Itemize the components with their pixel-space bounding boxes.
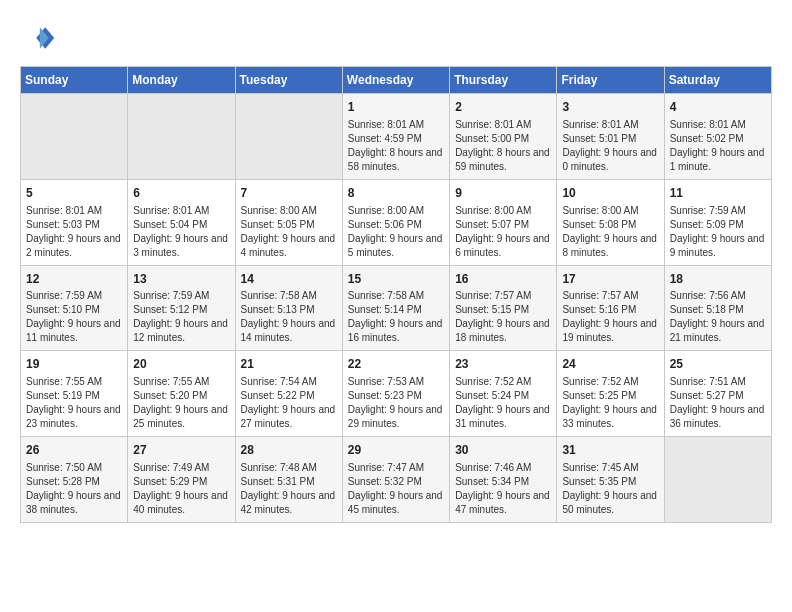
day-info: Sunrise: 8:00 AM Sunset: 5:07 PM Dayligh…	[455, 204, 551, 260]
day-cell: 10Sunrise: 8:00 AM Sunset: 5:08 PM Dayli…	[557, 179, 664, 265]
calendar-header-row: SundayMondayTuesdayWednesdayThursdayFrid…	[21, 67, 772, 94]
day-cell: 2Sunrise: 8:01 AM Sunset: 5:00 PM Daylig…	[450, 94, 557, 180]
day-number: 14	[241, 271, 337, 288]
day-number: 13	[133, 271, 229, 288]
logo	[20, 20, 60, 56]
day-cell: 15Sunrise: 7:58 AM Sunset: 5:14 PM Dayli…	[342, 265, 449, 351]
day-cell: 25Sunrise: 7:51 AM Sunset: 5:27 PM Dayli…	[664, 351, 771, 437]
day-cell: 14Sunrise: 7:58 AM Sunset: 5:13 PM Dayli…	[235, 265, 342, 351]
day-cell	[664, 437, 771, 523]
day-number: 11	[670, 185, 766, 202]
day-info: Sunrise: 7:52 AM Sunset: 5:24 PM Dayligh…	[455, 375, 551, 431]
header-monday: Monday	[128, 67, 235, 94]
day-cell: 11Sunrise: 7:59 AM Sunset: 5:09 PM Dayli…	[664, 179, 771, 265]
day-info: Sunrise: 7:59 AM Sunset: 5:09 PM Dayligh…	[670, 204, 766, 260]
day-cell: 20Sunrise: 7:55 AM Sunset: 5:20 PM Dayli…	[128, 351, 235, 437]
day-number: 9	[455, 185, 551, 202]
day-info: Sunrise: 7:58 AM Sunset: 5:14 PM Dayligh…	[348, 289, 444, 345]
day-number: 6	[133, 185, 229, 202]
day-info: Sunrise: 8:01 AM Sunset: 4:59 PM Dayligh…	[348, 118, 444, 174]
day-info: Sunrise: 8:00 AM Sunset: 5:05 PM Dayligh…	[241, 204, 337, 260]
day-number: 8	[348, 185, 444, 202]
day-cell: 26Sunrise: 7:50 AM Sunset: 5:28 PM Dayli…	[21, 437, 128, 523]
day-info: Sunrise: 7:59 AM Sunset: 5:12 PM Dayligh…	[133, 289, 229, 345]
day-cell: 5Sunrise: 8:01 AM Sunset: 5:03 PM Daylig…	[21, 179, 128, 265]
day-info: Sunrise: 7:45 AM Sunset: 5:35 PM Dayligh…	[562, 461, 658, 517]
day-info: Sunrise: 8:01 AM Sunset: 5:00 PM Dayligh…	[455, 118, 551, 174]
calendar-table: SundayMondayTuesdayWednesdayThursdayFrid…	[20, 66, 772, 523]
day-info: Sunrise: 8:00 AM Sunset: 5:08 PM Dayligh…	[562, 204, 658, 260]
day-info: Sunrise: 7:59 AM Sunset: 5:10 PM Dayligh…	[26, 289, 122, 345]
day-number: 3	[562, 99, 658, 116]
day-number: 26	[26, 442, 122, 459]
day-cell: 31Sunrise: 7:45 AM Sunset: 5:35 PM Dayli…	[557, 437, 664, 523]
day-number: 25	[670, 356, 766, 373]
day-number: 4	[670, 99, 766, 116]
day-cell: 27Sunrise: 7:49 AM Sunset: 5:29 PM Dayli…	[128, 437, 235, 523]
day-cell: 4Sunrise: 8:01 AM Sunset: 5:02 PM Daylig…	[664, 94, 771, 180]
day-number: 19	[26, 356, 122, 373]
day-info: Sunrise: 7:51 AM Sunset: 5:27 PM Dayligh…	[670, 375, 766, 431]
day-number: 16	[455, 271, 551, 288]
day-number: 30	[455, 442, 551, 459]
day-number: 31	[562, 442, 658, 459]
day-cell: 22Sunrise: 7:53 AM Sunset: 5:23 PM Dayli…	[342, 351, 449, 437]
day-cell: 6Sunrise: 8:01 AM Sunset: 5:04 PM Daylig…	[128, 179, 235, 265]
day-info: Sunrise: 8:00 AM Sunset: 5:06 PM Dayligh…	[348, 204, 444, 260]
day-info: Sunrise: 7:48 AM Sunset: 5:31 PM Dayligh…	[241, 461, 337, 517]
day-cell: 3Sunrise: 8:01 AM Sunset: 5:01 PM Daylig…	[557, 94, 664, 180]
day-cell: 7Sunrise: 8:00 AM Sunset: 5:05 PM Daylig…	[235, 179, 342, 265]
day-cell: 30Sunrise: 7:46 AM Sunset: 5:34 PM Dayli…	[450, 437, 557, 523]
day-cell: 28Sunrise: 7:48 AM Sunset: 5:31 PM Dayli…	[235, 437, 342, 523]
header-tuesday: Tuesday	[235, 67, 342, 94]
header-thursday: Thursday	[450, 67, 557, 94]
day-info: Sunrise: 7:56 AM Sunset: 5:18 PM Dayligh…	[670, 289, 766, 345]
day-number: 28	[241, 442, 337, 459]
day-number: 1	[348, 99, 444, 116]
week-row-2: 5Sunrise: 8:01 AM Sunset: 5:03 PM Daylig…	[21, 179, 772, 265]
logo-icon	[20, 20, 56, 56]
day-info: Sunrise: 7:52 AM Sunset: 5:25 PM Dayligh…	[562, 375, 658, 431]
day-cell	[128, 94, 235, 180]
day-cell	[235, 94, 342, 180]
day-number: 27	[133, 442, 229, 459]
day-number: 7	[241, 185, 337, 202]
week-row-4: 19Sunrise: 7:55 AM Sunset: 5:19 PM Dayli…	[21, 351, 772, 437]
week-row-5: 26Sunrise: 7:50 AM Sunset: 5:28 PM Dayli…	[21, 437, 772, 523]
week-row-3: 12Sunrise: 7:59 AM Sunset: 5:10 PM Dayli…	[21, 265, 772, 351]
day-info: Sunrise: 7:58 AM Sunset: 5:13 PM Dayligh…	[241, 289, 337, 345]
header-friday: Friday	[557, 67, 664, 94]
day-number: 24	[562, 356, 658, 373]
day-info: Sunrise: 7:53 AM Sunset: 5:23 PM Dayligh…	[348, 375, 444, 431]
day-cell: 9Sunrise: 8:00 AM Sunset: 5:07 PM Daylig…	[450, 179, 557, 265]
day-cell: 12Sunrise: 7:59 AM Sunset: 5:10 PM Dayli…	[21, 265, 128, 351]
day-number: 23	[455, 356, 551, 373]
day-number: 2	[455, 99, 551, 116]
day-info: Sunrise: 7:54 AM Sunset: 5:22 PM Dayligh…	[241, 375, 337, 431]
header-saturday: Saturday	[664, 67, 771, 94]
day-cell: 29Sunrise: 7:47 AM Sunset: 5:32 PM Dayli…	[342, 437, 449, 523]
day-cell: 21Sunrise: 7:54 AM Sunset: 5:22 PM Dayli…	[235, 351, 342, 437]
day-info: Sunrise: 8:01 AM Sunset: 5:01 PM Dayligh…	[562, 118, 658, 174]
day-info: Sunrise: 8:01 AM Sunset: 5:03 PM Dayligh…	[26, 204, 122, 260]
header-wednesday: Wednesday	[342, 67, 449, 94]
day-cell	[21, 94, 128, 180]
day-number: 22	[348, 356, 444, 373]
day-number: 29	[348, 442, 444, 459]
day-info: Sunrise: 8:01 AM Sunset: 5:04 PM Dayligh…	[133, 204, 229, 260]
page-header	[20, 20, 772, 56]
day-cell: 1Sunrise: 8:01 AM Sunset: 4:59 PM Daylig…	[342, 94, 449, 180]
day-cell: 17Sunrise: 7:57 AM Sunset: 5:16 PM Dayli…	[557, 265, 664, 351]
day-cell: 18Sunrise: 7:56 AM Sunset: 5:18 PM Dayli…	[664, 265, 771, 351]
day-number: 10	[562, 185, 658, 202]
day-cell: 23Sunrise: 7:52 AM Sunset: 5:24 PM Dayli…	[450, 351, 557, 437]
day-info: Sunrise: 8:01 AM Sunset: 5:02 PM Dayligh…	[670, 118, 766, 174]
day-info: Sunrise: 7:46 AM Sunset: 5:34 PM Dayligh…	[455, 461, 551, 517]
week-row-1: 1Sunrise: 8:01 AM Sunset: 4:59 PM Daylig…	[21, 94, 772, 180]
day-info: Sunrise: 7:50 AM Sunset: 5:28 PM Dayligh…	[26, 461, 122, 517]
day-number: 5	[26, 185, 122, 202]
day-number: 12	[26, 271, 122, 288]
day-cell: 24Sunrise: 7:52 AM Sunset: 5:25 PM Dayli…	[557, 351, 664, 437]
day-cell: 13Sunrise: 7:59 AM Sunset: 5:12 PM Dayli…	[128, 265, 235, 351]
day-number: 21	[241, 356, 337, 373]
